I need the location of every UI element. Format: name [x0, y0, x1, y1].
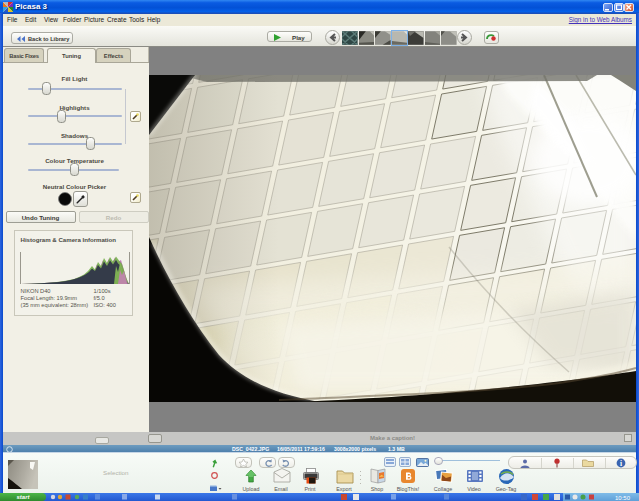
- svg-text:i: i: [619, 459, 621, 468]
- svg-text:10:50: 10:50: [615, 495, 631, 501]
